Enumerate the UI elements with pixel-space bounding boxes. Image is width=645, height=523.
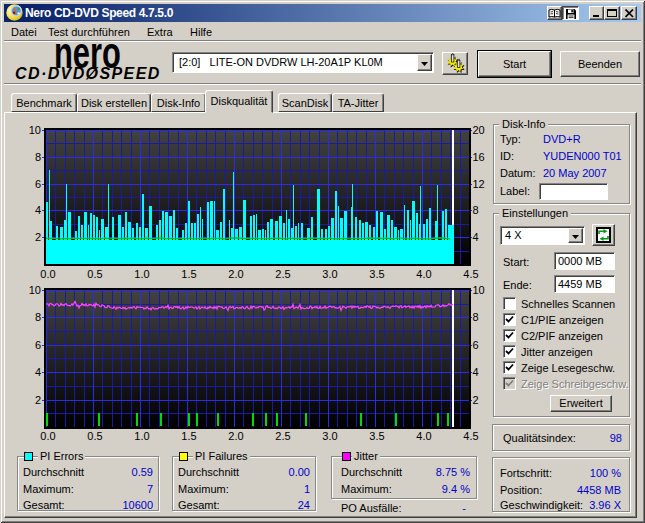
svg-text:4: 4 [35, 204, 41, 216]
svg-text:1.5: 1.5 [181, 430, 196, 442]
svg-text:4.5: 4.5 [463, 268, 478, 280]
svg-text:1.5: 1.5 [181, 268, 196, 280]
svg-text:6: 6 [35, 178, 41, 190]
svg-text:0.5: 0.5 [87, 430, 102, 442]
svg-text:2: 2 [473, 394, 479, 406]
svg-text:20: 20 [473, 124, 485, 136]
svg-text:8: 8 [473, 204, 479, 216]
svg-text:10: 10 [29, 124, 41, 136]
svg-text:2.5: 2.5 [275, 268, 290, 280]
svg-text:2.0: 2.0 [228, 268, 243, 280]
svg-text:1.0: 1.0 [134, 268, 149, 280]
svg-text:12: 12 [473, 178, 485, 190]
svg-text:1.0: 1.0 [134, 430, 149, 442]
svg-text:0.0: 0.0 [40, 268, 55, 280]
svg-text:16: 16 [473, 151, 485, 163]
svg-text:4.0: 4.0 [416, 430, 431, 442]
svg-text:10: 10 [473, 284, 485, 296]
svg-text:2: 2 [35, 394, 41, 406]
svg-text:6: 6 [35, 339, 41, 351]
svg-text:4: 4 [35, 366, 41, 378]
svg-text:4: 4 [473, 366, 479, 378]
svg-text:2.5: 2.5 [275, 430, 290, 442]
svg-text:2: 2 [35, 231, 41, 243]
svg-text:8: 8 [35, 311, 41, 323]
svg-text:4: 4 [473, 231, 479, 243]
svg-text:8: 8 [473, 311, 479, 323]
svg-text:8: 8 [35, 151, 41, 163]
svg-text:10: 10 [29, 284, 41, 296]
svg-text:4.0: 4.0 [416, 268, 431, 280]
svg-text:0.0: 0.0 [40, 430, 55, 442]
svg-text:0.5: 0.5 [87, 268, 102, 280]
svg-text:3.0: 3.0 [322, 268, 337, 280]
svg-text:3.5: 3.5 [369, 430, 384, 442]
svg-text:6: 6 [473, 339, 479, 351]
svg-text:2.0: 2.0 [228, 430, 243, 442]
svg-text:3.5: 3.5 [369, 268, 384, 280]
svg-text:4.5: 4.5 [463, 430, 478, 442]
svg-text:3.0: 3.0 [322, 430, 337, 442]
